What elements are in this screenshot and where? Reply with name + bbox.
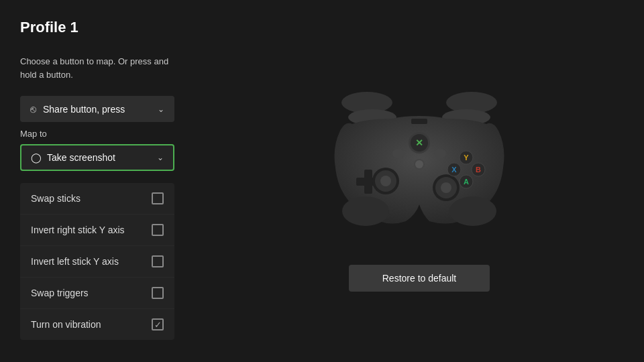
controller-area: ✕ Y B <box>312 70 527 245</box>
option-invert-right[interactable]: Invert right stick Y axis <box>20 215 174 246</box>
svg-point-29 <box>449 196 496 226</box>
instruction-text: Choose a button to map. Or press and hol… <box>20 55 174 81</box>
option-swap-sticks[interactable]: Swap sticks <box>20 183 174 215</box>
share-button-dropdown[interactable]: ⎋ Share button, press ⌄ <box>20 96 174 122</box>
chevron-down-icon: ⌄ <box>158 105 164 114</box>
option-label-invert-right: Invert right stick Y axis <box>31 225 125 235</box>
checkbox-swap-sticks[interactable] <box>152 192 164 204</box>
chevron-down-icon-2: ⌄ <box>157 153 164 162</box>
svg-rect-10 <box>434 149 446 158</box>
svg-rect-11 <box>392 149 405 158</box>
option-invert-left[interactable]: Invert left stick Y axis <box>20 246 174 278</box>
svg-point-9 <box>415 160 423 168</box>
share-button-label: Share button, press <box>43 104 158 115</box>
checkbox-vibration[interactable] <box>152 318 164 330</box>
right-panel: ✕ Y B <box>195 0 644 362</box>
option-swap-triggers[interactable]: Swap triggers <box>20 278 174 309</box>
svg-text:B: B <box>476 166 481 174</box>
page-title: Profile 1 <box>20 19 174 36</box>
share-icon: ⎋ <box>30 103 36 115</box>
mapping-dropdown[interactable]: ◯ Take screenshot ⌄ <box>20 144 174 171</box>
left-panel: Profile 1 Choose a button to map. Or pre… <box>0 0 195 362</box>
checkbox-invert-right[interactable] <box>152 224 164 236</box>
active-mapping-label: Take screenshot <box>47 152 157 163</box>
controller-image: ✕ Y B <box>312 70 527 245</box>
svg-text:Y: Y <box>464 154 469 162</box>
svg-text:✕: ✕ <box>415 137 423 148</box>
svg-point-19 <box>441 182 451 193</box>
svg-text:X: X <box>451 166 457 174</box>
map-to-label: Map to <box>20 129 174 139</box>
screenshot-icon: ◯ <box>31 152 42 163</box>
options-list: Swap sticks Invert right stick Y axis In… <box>20 183 174 340</box>
svg-text:A: A <box>464 178 469 186</box>
checkbox-swap-triggers[interactable] <box>152 287 164 299</box>
svg-point-28 <box>342 196 389 226</box>
option-label-invert-left: Invert left stick Y axis <box>31 256 119 267</box>
restore-default-button[interactable]: Restore to default <box>349 265 490 292</box>
option-label-swap-triggers: Swap triggers <box>31 288 89 298</box>
option-label-vibration: Turn on vibration <box>31 319 101 330</box>
option-label-swap-sticks: Swap sticks <box>31 193 80 204</box>
svg-rect-4 <box>411 119 427 124</box>
svg-point-16 <box>380 176 391 186</box>
checkbox-invert-left[interactable] <box>152 255 164 267</box>
option-vibration[interactable]: Turn on vibration <box>20 309 174 340</box>
